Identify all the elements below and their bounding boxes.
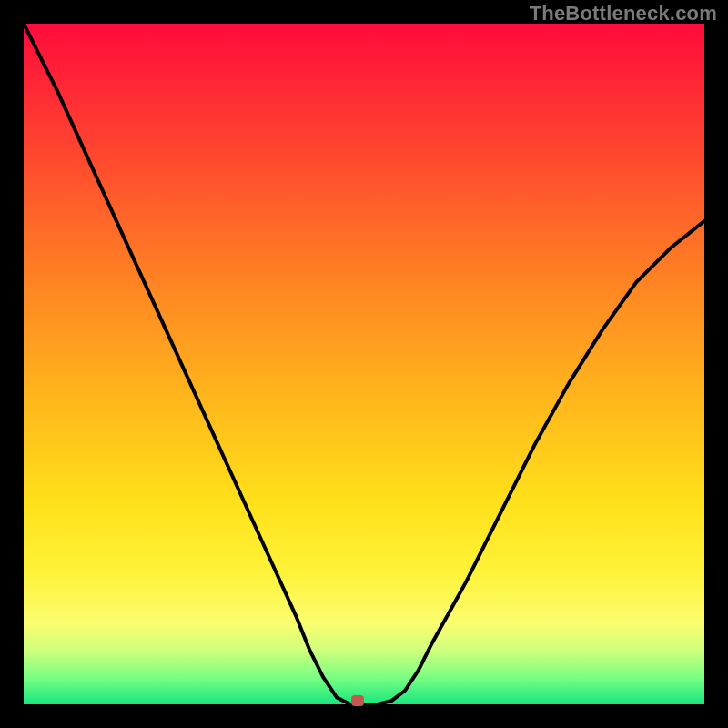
watermark-text: TheBottleneck.com bbox=[530, 2, 717, 25]
optimal-point-marker bbox=[351, 695, 364, 706]
curve-layer bbox=[24, 24, 704, 704]
plot-area bbox=[24, 24, 704, 704]
chart-frame: TheBottleneck.com bbox=[0, 0, 728, 728]
bottleneck-curve-path bbox=[24, 24, 704, 704]
